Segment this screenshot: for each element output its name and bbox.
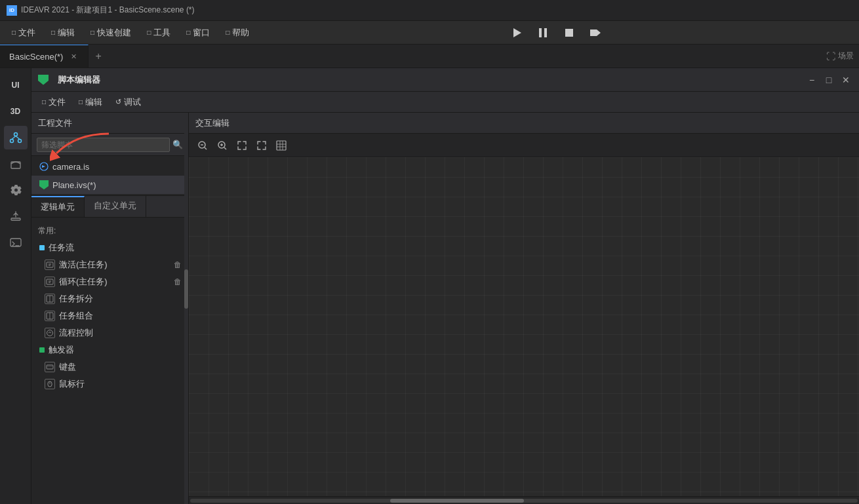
assets-icon: [9, 157, 22, 170]
fit-view-button[interactable]: [233, 137, 250, 154]
scene-label: 场景: [838, 50, 854, 62]
se-menu-debug-icon: ↺: [115, 98, 121, 106]
menu-help[interactable]: □ 帮助: [219, 24, 256, 41]
zoom-in-icon: [217, 140, 228, 151]
search-icon[interactable]: 🔍: [172, 140, 183, 149]
scrollbar-thumb-horizontal[interactable]: [390, 499, 524, 503]
loop-delete-button[interactable]: 🗑: [174, 277, 182, 286]
console-icon: [9, 236, 22, 249]
flowcontrol-label: 流程控制: [59, 327, 93, 339]
play-button[interactable]: [510, 26, 523, 39]
se-menu-file[interactable]: □ 文件: [37, 94, 71, 110]
fullscreen-icon[interactable]: ⛶: [826, 51, 835, 62]
activate-delete-button[interactable]: 🗑: [174, 260, 182, 269]
restore-button[interactable]: □: [822, 73, 835, 87]
logic-item-loop[interactable]: 循环(主任务) 🗑: [31, 273, 188, 290]
menu-window[interactable]: □ 窗口: [180, 24, 216, 41]
script-editor-right-panel: 交互编辑: [189, 113, 859, 504]
sidebar-item-ui[interactable]: UI: [4, 73, 28, 97]
menu-window-label: 窗口: [193, 27, 210, 39]
menu-tools[interactable]: □ 工具: [140, 24, 177, 41]
menu-quickcreate-label: 快速创建: [97, 27, 131, 39]
mouse-label: 鼠标行: [59, 378, 85, 390]
bottom-scrollbar[interactable]: [189, 496, 859, 504]
menu-file[interactable]: □ 文件: [5, 24, 42, 41]
menu-tools-icon: □: [147, 29, 151, 36]
nodes-icon: [9, 131, 22, 144]
interactive-editor-canvas[interactable]: [189, 157, 859, 496]
logic-item-flow-control[interactable]: 流程控制: [31, 324, 188, 341]
taskcombine-label: 任务组合: [59, 310, 93, 322]
scrollbar-track: [190, 499, 858, 503]
sidebar-item-assets[interactable]: [4, 152, 28, 176]
full-view-button[interactable]: [253, 137, 270, 154]
svg-line-10: [16, 136, 20, 140]
interactive-editor-label: 交互编辑: [195, 117, 230, 129]
left-panel-scrollbar[interactable]: [184, 113, 188, 504]
interactive-editor-toolbar: [189, 134, 859, 157]
file-item-plane[interactable]: Plane.ivs(*): [31, 176, 188, 194]
close-button[interactable]: ✕: [839, 73, 852, 87]
script-editor-body: 工程文件 🔍: [31, 113, 859, 504]
script-editor-icon: [38, 75, 49, 85]
menu-quickcreate[interactable]: □ 快速创建: [84, 24, 138, 41]
se-menu-debug-label: 调试: [124, 96, 141, 108]
settings-icon: [9, 184, 22, 197]
grid-button[interactable]: [273, 137, 290, 154]
logic-item-task-combine[interactable]: 任务组合: [31, 307, 188, 324]
pause-button[interactable]: [536, 26, 549, 39]
svg-rect-19: [47, 279, 53, 284]
scrollbar-thumb[interactable]: [184, 269, 188, 309]
tab-bar-right: ⛶ 场景: [821, 50, 859, 62]
logic-item-mouse[interactable]: 鼠标行: [31, 376, 188, 393]
tasksplit-icon: [45, 294, 55, 304]
se-menu-file-label: 文件: [49, 96, 66, 108]
logic-tabs: 逻辑单元 自定义单元: [31, 195, 188, 218]
svg-point-8: [18, 140, 21, 143]
svg-rect-16: [47, 262, 53, 267]
se-menu-edit-icon: □: [79, 98, 83, 106]
main-area: UI 3D: [0, 68, 859, 504]
svg-rect-13: [11, 218, 20, 220]
logic-item-keyboard[interactable]: 键盘: [31, 359, 188, 376]
stop-button[interactable]: [563, 26, 576, 39]
record-button[interactable]: [589, 26, 602, 39]
app-icon: ID: [7, 5, 17, 16]
minimize-button[interactable]: −: [805, 73, 818, 87]
camera-file-icon: [39, 162, 49, 171]
tab-add-button[interactable]: +: [89, 45, 108, 68]
activate-icon: [45, 260, 55, 270]
sidebar-ui-label: UI: [12, 81, 20, 90]
se-menu-debug[interactable]: ↺ 调试: [110, 94, 146, 110]
sidebar-item-3d[interactable]: 3D: [4, 100, 28, 123]
tab-close-button[interactable]: ✕: [68, 51, 79, 62]
flowcontrol-icon: [45, 328, 55, 338]
zoom-out-button[interactable]: [194, 137, 211, 154]
tab-bar: BasicScene(*) ✕ + ⛶ 场景: [0, 45, 859, 68]
svg-marker-0: [513, 28, 521, 37]
svg-rect-2: [544, 28, 547, 37]
tab-basicscene[interactable]: BasicScene(*) ✕: [0, 45, 89, 68]
mouse-icon: [45, 379, 55, 389]
script-editor-left-panel: 工程文件 🔍: [31, 113, 189, 504]
logic-item-activate[interactable]: 激活(主任务) 🗑: [31, 256, 188, 273]
se-menu-file-icon: □: [42, 98, 46, 106]
tab-logic-unit[interactable]: 逻辑单元: [31, 196, 85, 217]
tab-custom-unit[interactable]: 自定义单元: [85, 196, 146, 217]
plane-file-label: Plane.ivs(*): [52, 180, 96, 190]
sidebar-item-nodes[interactable]: [4, 126, 28, 149]
sidebar-icons: UI 3D: [0, 68, 31, 504]
sidebar-item-export[interactable]: [4, 204, 28, 228]
se-menu-edit[interactable]: □ 编辑: [73, 94, 108, 110]
script-editor-panel: 脚本编辑器 − □ ✕ □ 文件 □ 编辑 ↺ 调: [31, 68, 859, 504]
sidebar-item-console[interactable]: [4, 231, 28, 254]
loop-label: 循环(主任务): [59, 276, 108, 288]
zoom-in-button[interactable]: [214, 137, 231, 154]
sidebar-item-settings[interactable]: [4, 178, 28, 202]
menu-edit[interactable]: □ 编辑: [45, 24, 81, 41]
logic-item-task-split[interactable]: 任务拆分: [31, 290, 188, 307]
logic-group-taskflow: 任务流: [31, 239, 188, 256]
svg-rect-3: [565, 29, 573, 37]
svg-point-6: [14, 133, 17, 136]
app-title: IDEAVR 2021 - 新建项目1 - BasicScene.scene (…: [21, 5, 195, 16]
